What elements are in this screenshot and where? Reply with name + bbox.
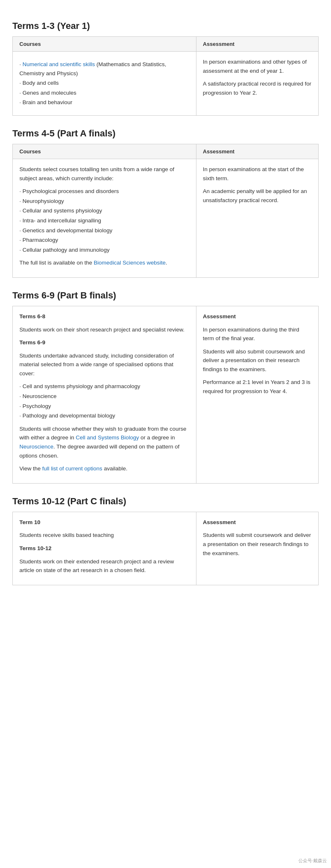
- list-item: Cell and systems physiology and pharmaco…: [19, 382, 189, 391]
- terms-label-6-8: Terms 6-8: [19, 312, 189, 321]
- list-item: Pathology and developmental biology: [19, 411, 189, 420]
- degree-choice-para: Students will choose whether they wish t…: [19, 424, 189, 460]
- terms-6-9-desc: Students undertake advanced study, inclu…: [19, 351, 189, 378]
- list-item: Intra- and intercellular signalling: [19, 216, 189, 225]
- assessment-cell-4: Assessment Students will submit coursewo…: [196, 512, 318, 585]
- cell-systems-bio-highlight: Cell and Systems Biology: [76, 434, 139, 441]
- header-assessment-2: Assessment: [196, 144, 318, 159]
- assessment-para: Students will also submit coursework and…: [203, 347, 312, 374]
- list-item: Cellular and systems physiology: [19, 206, 189, 215]
- assessment-para: Performance at 2:1 level in Years 2 and …: [203, 378, 312, 396]
- assessment-para: In person examinations during the third …: [203, 325, 312, 343]
- table-terms-1-3: Courses Assessment Numerical and scienti…: [12, 36, 319, 116]
- table-terms-6-9: Terms 6-8 Students work on their short r…: [12, 306, 319, 484]
- term-10-desc: Students receive skills based teaching: [19, 531, 189, 540]
- assessment-para: A satisfactory practical record is requi…: [203, 79, 312, 97]
- table-terms-4-5: Courses Assessment Students select cours…: [12, 144, 319, 278]
- courses-cell-1: Numerical and scientific skills (Mathema…: [13, 52, 196, 116]
- courses-cell-3: Terms 6-8 Students work on their short r…: [13, 306, 196, 483]
- list-item: Neuroscience: [19, 392, 189, 401]
- header-assessment-1: Assessment: [196, 37, 318, 52]
- courses-cell-4: Term 10 Students receive skills based te…: [13, 512, 196, 585]
- assessment-cell-3: Assessment In person examinations during…: [196, 306, 318, 483]
- term-10-label: Term 10: [19, 518, 189, 527]
- courses-intro: Students select courses totalling ten un…: [19, 165, 189, 183]
- list-item: Neurophysiology: [19, 197, 189, 206]
- assessment-para: Students will submit coursework and deli…: [203, 531, 312, 558]
- table-terms-10-12: Term 10 Students receive skills based te…: [12, 512, 319, 585]
- table-row: Students select courses totalling ten un…: [13, 159, 319, 277]
- header-courses-1: Courses: [13, 37, 196, 52]
- list-item: Pharmacology: [19, 236, 189, 245]
- list-item: Genes and molecules: [19, 88, 189, 98]
- courses-cell-2: Students select courses totalling ten un…: [13, 159, 196, 277]
- course-item-numerical: Numerical and scientific skills (Mathema…: [19, 61, 166, 76]
- courses-footer: The full list is available on the Biomed…: [19, 258, 189, 267]
- assessment-label-3: Assessment: [203, 312, 312, 321]
- assessment-cell-1: In person examinations and other types o…: [196, 52, 318, 116]
- list-item: Psychological processes and disorders: [19, 187, 189, 196]
- biomedical-sciences-link[interactable]: Biomedical Sciences website: [94, 260, 166, 266]
- course-link-numerical: Numerical and scientific skills: [23, 61, 95, 67]
- header-courses-2: Courses: [13, 144, 196, 159]
- table-row: Terms 6-8 Students work on their short r…: [13, 306, 319, 483]
- full-list-options-link[interactable]: full list of current options: [42, 465, 102, 472]
- assessment-label-4: Assessment: [203, 518, 312, 527]
- list-item: Genetics and developmental biology: [19, 226, 189, 235]
- table-row: Numerical and scientific skills (Mathema…: [13, 52, 319, 116]
- terms-10-12-desc: Students work on their extended research…: [19, 557, 189, 575]
- section-title-terms-4-5: Terms 4-5 (Part A finals): [12, 128, 319, 139]
- assessment-para: In person examinations at the start of t…: [203, 165, 312, 183]
- section-title-terms-1-3: Terms 1-3 (Year 1): [12, 21, 319, 31]
- terms-6-8-desc: Students work on their short research pr…: [19, 325, 189, 334]
- table-row: Term 10 Students receive skills based te…: [13, 512, 319, 585]
- neuroscience-highlight: Neuroscience: [19, 444, 54, 450]
- assessment-para: In person examinations and other types o…: [203, 57, 312, 75]
- assessment-para: An academic penalty will be applied for …: [203, 187, 312, 205]
- list-item: Body and cells: [19, 79, 189, 88]
- list-item: Cellular pathology and immunology: [19, 246, 189, 255]
- assessment-cell-2: In person examinations at the start of t…: [196, 159, 318, 277]
- list-item: Psychology: [19, 402, 189, 411]
- section-title-terms-6-9: Terms 6-9 (Part B finals): [12, 290, 319, 301]
- list-item: Brain and behaviour: [19, 98, 189, 107]
- terms-10-12-label: Terms 10-12: [19, 544, 189, 553]
- terms-label-6-9: Terms 6-9: [19, 338, 189, 347]
- section-title-terms-10-12: Terms 10-12 (Part C finals): [12, 496, 319, 507]
- full-list-para: View the full list of current options av…: [19, 464, 189, 473]
- list-item: Numerical and scientific skills (Mathema…: [19, 60, 189, 78]
